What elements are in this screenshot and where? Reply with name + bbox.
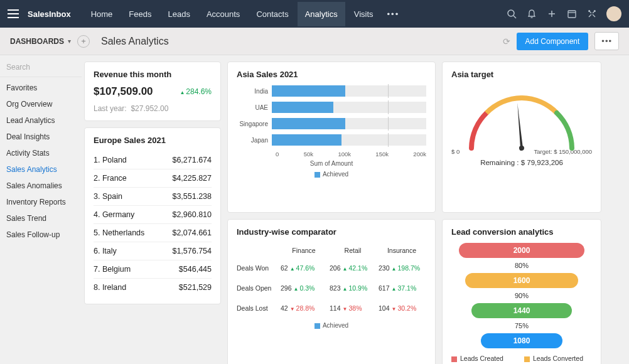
nav-link-visits[interactable]: Visits: [347, 2, 381, 26]
svg-marker-7: [516, 103, 523, 148]
funnel-stage: 1600: [465, 273, 578, 288]
bar-row: UAE: [237, 102, 426, 113]
target-title: Asia target: [451, 70, 592, 79]
bar-row: Singapore: [237, 118, 426, 129]
revenue-value: $107,509.00: [94, 85, 153, 98]
svg-line-1: [513, 16, 516, 18]
metric-cell: 11438%: [328, 298, 377, 318]
sidebar-search[interactable]: Search: [0, 60, 82, 77]
industry-title: Industry-wise comparator: [237, 227, 426, 237]
industry-legend: Achieved: [237, 322, 426, 329]
asia-target-card: Asia target $ 0 Target: $ 150,000,000 Re: [442, 62, 601, 213]
legend-item: Leads Created: [451, 355, 519, 362]
sidebar-item[interactable]: Activity Stats: [0, 145, 82, 161]
funnel-stage: 2000: [459, 243, 584, 258]
col-header: Retail: [328, 243, 377, 258]
tools-icon[interactable]: [586, 8, 598, 19]
table-row: 7. Belgium$546,445: [94, 260, 212, 279]
asia-sales-card: Asia Sales 2021 IndiaUAESingaporeJapan 0…: [227, 62, 436, 213]
gauge-remaining: Remaining : $ 79,923,206: [451, 159, 592, 166]
asia-title: Asia Sales 2021: [237, 70, 426, 79]
revenue-pct: 284.6%: [180, 87, 212, 96]
funnel-pct: 90%: [451, 292, 592, 299]
col-header: Finance: [279, 243, 328, 258]
page-title: Sales Analytics: [101, 36, 169, 47]
sidebar: Search FavoritesOrg OverviewLead Analyti…: [0, 55, 82, 364]
sidebar-item[interactable]: Inventory Reports: [0, 194, 82, 210]
bell-icon[interactable]: [526, 8, 537, 19]
asia-legend: Achieved: [237, 171, 426, 178]
row-label: Deals Won: [237, 258, 279, 278]
sidebar-item[interactable]: Sales Follow-up: [0, 227, 82, 243]
funnel-pct: 80%: [451, 262, 592, 269]
add-dashboard-button[interactable]: +: [77, 35, 90, 48]
gauge: [459, 85, 584, 148]
metric-cell: 82310.9%: [328, 278, 377, 298]
nav-link-leads[interactable]: Leads: [160, 2, 197, 26]
sidebar-item[interactable]: Lead Analytics: [0, 112, 82, 129]
bar-row: India: [237, 85, 426, 97]
add-component-button[interactable]: Add Component: [517, 33, 589, 50]
funnel-stage: 1440: [471, 303, 572, 318]
svg-point-8: [519, 146, 525, 151]
metric-cell: 20642.1%: [328, 258, 377, 278]
bar-row: Japan: [237, 134, 426, 146]
plus-icon[interactable]: [546, 8, 557, 19]
metric-cell: 61737.1%: [377, 278, 426, 298]
svg-rect-5: [568, 11, 576, 18]
more-button[interactable]: •••: [594, 32, 619, 50]
table-row: 1. Poland$6,271.674: [94, 151, 212, 169]
nav-more[interactable]: •••: [381, 2, 406, 26]
funnel-stage: 1080: [481, 333, 562, 348]
sidebar-item[interactable]: Sales Analytics: [0, 161, 82, 178]
revenue-card: Revenue this month $107,509.00 284.6% La…: [84, 62, 221, 121]
legend-item: Leads Converted: [524, 355, 592, 362]
table-row: 3. Spain$3,551.238: [94, 188, 212, 206]
nav-link-accounts[interactable]: Accounts: [199, 2, 247, 26]
metric-cell: 2960.3%: [279, 278, 328, 298]
table-row: 5. Netherlands$2,074.661: [94, 224, 212, 242]
nav-link-analytics[interactable]: Analytics: [298, 2, 345, 26]
row-label: Deals Lost: [237, 298, 279, 318]
calendar-icon[interactable]: [566, 8, 578, 19]
row-label: Deals Open: [237, 278, 279, 298]
table-row: 2. France$4,225.827: [94, 169, 212, 188]
table-row: 4. Germany$2,960.810: [94, 206, 212, 224]
search-icon[interactable]: [506, 8, 517, 19]
table-row: 6. Italy$1,576.754: [94, 242, 212, 260]
sidebar-item[interactable]: Deal Insights: [0, 129, 82, 145]
svg-point-0: [508, 10, 514, 16]
europe-title: Europe Sales 2021: [94, 136, 212, 145]
europe-card: Europe Sales 2021 1. Poland$6,271.6742. …: [84, 127, 221, 304]
sidebar-item[interactable]: Sales Anomalies: [0, 178, 82, 194]
nav-link-home[interactable]: Home: [83, 2, 121, 26]
metric-cell: 230198.7%: [377, 258, 426, 278]
metric-cell: 10430.2%: [377, 298, 426, 318]
lead-card: Lead conversion analytics 200080%160090%…: [442, 219, 601, 364]
industry-card: Industry-wise comparator FinanceRetailIn…: [227, 219, 436, 364]
table-row: 8. Ireland$521,529: [94, 279, 212, 296]
avatar[interactable]: [606, 6, 621, 21]
metric-cell: 6247.6%: [279, 258, 328, 278]
revenue-lastyear: Last year: $27.952.00: [94, 104, 212, 113]
menu-icon[interactable]: [8, 9, 19, 18]
nav-link-contacts[interactable]: Contacts: [249, 2, 296, 26]
funnel-pct: 75%: [451, 322, 592, 329]
dashboards-dropdown[interactable]: DASHBOARDS: [10, 37, 64, 46]
sidebar-item[interactable]: Favorites: [0, 80, 82, 96]
sidebar-item[interactable]: Org Overview: [0, 96, 82, 112]
revenue-title: Revenue this month: [94, 70, 212, 79]
sub-header: DASHBOARDS ▾ + Sales Analytics ⟳ Add Com…: [0, 28, 629, 55]
brand-label: SalesInbox: [28, 9, 71, 19]
col-header: Insurance: [377, 243, 426, 258]
top-nav: SalesInbox HomeFeedsLeadsAccountsContact…: [0, 0, 629, 28]
metric-cell: 4228.8%: [279, 298, 328, 318]
asia-xlabel: Sum of Amount: [237, 160, 426, 167]
lead-title: Lead conversion analytics: [451, 227, 592, 237]
chevron-down-icon[interactable]: ▾: [68, 38, 71, 45]
refresh-icon[interactable]: ⟳: [503, 36, 510, 46]
nav-links: HomeFeedsLeadsAccountsContactsAnalyticsV…: [83, 2, 381, 26]
sidebar-item[interactable]: Sales Trend: [0, 210, 82, 227]
nav-link-feeds[interactable]: Feeds: [121, 2, 159, 26]
